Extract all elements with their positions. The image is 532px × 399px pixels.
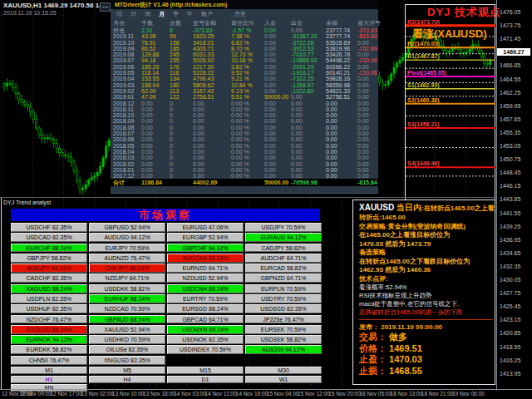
symbol-cell-OILUSe[interactable]: OILUSe 82.35% — [89, 345, 165, 354]
stats-cell: 2018.04 — [113, 149, 141, 155]
symbol-cell-USDHKD[interactable]: USDHKD 70.59% — [89, 335, 165, 344]
stats-cell: 6.82 % — [231, 40, 264, 46]
stats-tab-账户[interactable]: 账户 — [201, 10, 213, 18]
timeframe-button-D1[interactable]: D1 — [167, 376, 244, 383]
stats-cell: 0.00 — [141, 136, 170, 142]
symbol-cell-EURHUF[interactable]: EURHUF 88.24% — [89, 294, 165, 303]
symbol-cell-AUDUSD[interactable]: AUDUSD 94.12% — [89, 233, 165, 242]
symbol-cell-EURSEK[interactable]: EURSEK 70.59% — [245, 325, 322, 334]
symbol-cell-GBPJPY[interactable]: GBPJPY 58.82% — [11, 254, 87, 263]
stats-row: 2018.080.0000.000.00 %0.000.000.000.00 — [111, 125, 378, 131]
price-axis-label: 1436.95 — [500, 237, 520, 243]
timeframe-button-M15[interactable]: M15 — [167, 367, 244, 374]
timeframe-button-H1[interactable]: H1 — [11, 376, 87, 383]
symbol-cell-GBPCHF[interactable]: GBPCHF 94.12% — [167, 244, 244, 253]
stats-tab-季[interactable]: 季 — [173, 10, 179, 18]
time-axis-label: 13 Nov 02:00 — [81, 391, 114, 397]
symbol-cell-NZDUSD[interactable]: NZDUSD 52.94% — [167, 273, 244, 283]
stats-cell: 2.31 — [141, 27, 170, 33]
stats-cell: 43.08 — [141, 33, 170, 39]
symbol-cell-USDINDEX[interactable]: USDINDEX 70.59% — [167, 345, 244, 354]
timeframe-button-M30[interactable]: M30 — [245, 367, 322, 374]
stats-tab-日[interactable]: 日 — [131, 10, 136, 18]
symbol-cell-USDCAD[interactable]: USDCAD 82.35% — [11, 233, 87, 242]
stats-tab-综[interactable]: 综 — [116, 10, 122, 18]
symbol-cell-GBPCAD[interactable]: GBPCAD 64.71% — [167, 315, 244, 324]
stats-cell: 10.84 % — [231, 82, 264, 88]
analysis-panel: XAUUSD 当日内:在转折点1465.00之上看涨转折点:1465.00交易策… — [352, 200, 495, 385]
price-axis-label: 1439.25 — [500, 224, 520, 229]
symbol-cell-CHN50[interactable]: CHN50 76.47% — [11, 356, 87, 365]
symbol-cell-EURJPY[interactable]: EURJPY 70.59% — [89, 244, 165, 253]
stats-cell: 245 — [170, 52, 193, 57]
symbol-cell-BTCUSD[interactable]: BTCUSD 88.24% — [11, 325, 87, 334]
stats-cell: 0.00 — [141, 106, 170, 112]
symbol-cell-USDPLN[interactable]: USDPLN 82.35% — [11, 294, 87, 303]
symbol-cell-CADCHF[interactable]: CADCHF 82.35% — [11, 273, 87, 283]
symbol-cell-EURUSD[interactable]: EURUSD 47.06% — [167, 223, 244, 232]
stats-cell: 0 — [170, 131, 193, 136]
stats-cell: 0.00 — [326, 167, 357, 173]
stats-row: 2018.050.0000.000.00 %0.000.000.000.00 — [111, 143, 378, 149]
stats-tab-月[interactable]: 月 — [159, 10, 165, 18]
symbol-cell-GBPAUD[interactable]: GBPAUD 88.24% — [89, 315, 165, 324]
timeframe-button-M1[interactable]: M1 — [11, 367, 87, 374]
symbol-cell-USDNOK[interactable]: USDNOK 82.35% — [167, 335, 244, 344]
symbol-cell-XNGUSD[interactable]: XNGUSD 82.35% — [89, 356, 165, 365]
symbol-cell-EURPLN[interactable]: EURPLN 70.59% — [245, 284, 322, 293]
stats-cell: 0.00 — [326, 155, 357, 160]
symbol-cell-EURGBP[interactable]: EURGBP 52.94% — [167, 233, 244, 242]
symbol-cell-CADJPY[interactable]: CADJPY 58.82% — [245, 244, 322, 253]
stats-tab-年[interactable]: 年 — [187, 10, 193, 18]
symbol-cell-USDMXN[interactable]: USDMXN 88.24% — [167, 325, 244, 334]
symbol-cell-EURSGD[interactable]: EURSGD 88.24% — [167, 304, 244, 313]
symbol-cell-EURDKK[interactable]: EURDKK 58.82% — [11, 345, 87, 354]
symbol-cell-USDJPY[interactable]: USDJPY 70.59% — [245, 223, 322, 232]
timeframe-button-H4[interactable]: H4 — [89, 376, 165, 383]
symbol-cell-USDSGD[interactable]: USDSGD 82.35% — [245, 304, 322, 313]
symbol-cell-USDCNH[interactable]: USDCNH 88.24% — [167, 284, 244, 293]
symbol-cell-EURTRY[interactable]: EURTRY 70.59% — [167, 294, 244, 303]
minimize-button[interactable]: — — [100, 2, 111, 12]
symbol-cell-USDSEK[interactable]: USDSEK 58.82% — [245, 335, 322, 344]
symbol-cell-AUDJPY[interactable]: AUDJPY 94.12% — [11, 264, 87, 273]
symbol-cell-USDDKK[interactable]: USDDKK 58.82% — [89, 284, 165, 293]
stats-cell: 50000.00 — [264, 94, 291, 100]
timeframe-button-M5[interactable]: M5 — [89, 367, 165, 374]
symbol-cell-AUDCAD[interactable]: AUDCAD 88.24% — [167, 254, 244, 263]
stats-cell: 0.00 — [193, 118, 231, 124]
symbol-cell-AUDCHF[interactable]: AUDCHF 64.71% — [245, 254, 322, 263]
symbol-cell-EURAUD[interactable]: EURAUD 94.12% — [245, 233, 322, 242]
symbol-cell-CHFJPY[interactable]: CHFJPY 88.24% — [89, 264, 165, 273]
subwindow-separator[interactable] — [0, 197, 496, 198]
stats-cell: 94.16 — [141, 57, 170, 63]
time-axis-label: 15 Nov 12:00 — [298, 391, 330, 397]
timeframe-button-W1[interactable]: W1 — [245, 376, 322, 383]
stats-cell: -7010.77 — [291, 52, 326, 57]
symbol-cell-XAGUSD[interactable]: XAGUSD 88.24% — [11, 284, 87, 293]
stats-cell: 155 — [170, 57, 193, 63]
symbol-cell-USDCHF[interactable]: USDCHF 82.35% — [11, 223, 87, 232]
symbol-cell-EURNOK[interactable]: EURNOK 94.12% — [11, 335, 87, 344]
symbol-cell-EURNZD[interactable]: EURNZD 64.71% — [167, 264, 244, 273]
stats-cell: 129.88 — [141, 52, 170, 57]
symbol-cell-GBPUSD[interactable]: GBPUSD 52.94% — [89, 223, 165, 232]
symbol-cell-USDTRY[interactable]: USDTRY 70.59% — [245, 294, 322, 303]
symbol-cell-NZDJPY[interactable]: NZDJPY 64.71% — [89, 273, 165, 283]
symbol-cell-JP225e[interactable]: JP225e 76.47% — [245, 315, 322, 324]
symbol-cell-EURCHF[interactable]: EURCHF 88.24% — [11, 244, 87, 253]
symbol-cell-XAUUSD[interactable]: XAUUSD 52.94% — [89, 325, 165, 334]
stats-row: 2019.05118.141185228.229.52 %0.00-1916.1… — [111, 70, 378, 76]
stats-cell: 2019.11 — [113, 33, 141, 39]
stats-tab-周[interactable]: 周 — [145, 10, 150, 18]
symbol-cell-USDHUF[interactable]: USDHUF 82.35% — [11, 304, 87, 313]
stats-cell: 0.00 — [326, 143, 357, 149]
stats-cell: 2018.03 — [113, 155, 141, 160]
symbol-cell-EURCAD[interactable]: EURCAD 58.82% — [245, 264, 322, 273]
symbol-cell-NZDCAD[interactable]: NZDCAD 70.59% — [89, 304, 165, 313]
symbol-cell-AUS200[interactable]: AUS200 94.12% — [245, 345, 322, 354]
symbol-cell-GBPNZD[interactable]: GBPNZD 64.71% — [245, 273, 322, 283]
stats-tab-历史[interactable]: 历史 — [234, 10, 246, 18]
symbol-cell-NZDCHF[interactable]: NZDCHF 76.47% — [11, 315, 87, 324]
symbol-cell-AUDNZD[interactable]: AUDNZD 76.47% — [89, 254, 165, 263]
